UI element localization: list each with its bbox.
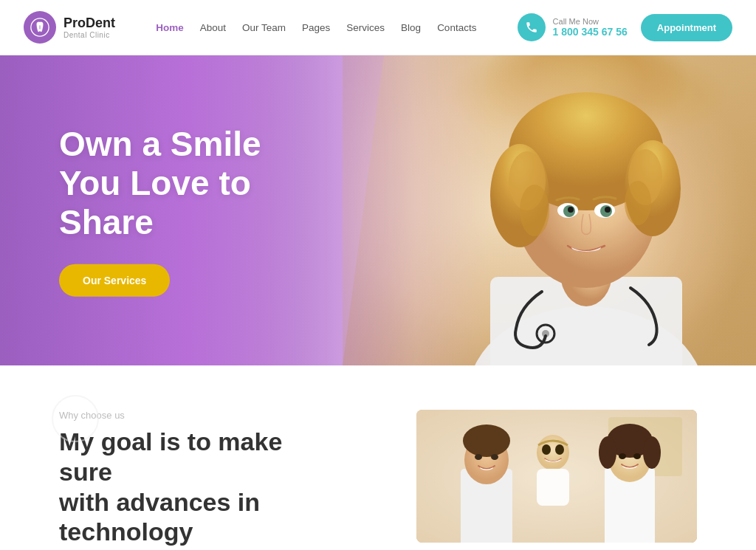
nav-about[interactable]: About bbox=[200, 22, 226, 33]
nav-home[interactable]: Home bbox=[156, 22, 184, 33]
appointment-button[interactable]: Appointment bbox=[641, 14, 732, 41]
nav-services[interactable]: Services bbox=[346, 22, 385, 33]
services-button[interactable]: Our Services bbox=[59, 264, 170, 296]
why-heading-line2: with advances in bbox=[59, 488, 260, 516]
why-family-image bbox=[416, 410, 697, 543]
svg-rect-33 bbox=[537, 469, 569, 506]
svg-point-27 bbox=[463, 424, 510, 457]
hero-title-line2: You Love to bbox=[59, 164, 251, 202]
hero-title-line3: Share bbox=[59, 202, 154, 241]
svg-point-28 bbox=[475, 454, 482, 460]
svg-point-32 bbox=[555, 444, 564, 455]
why-label: Why choose us bbox=[59, 410, 372, 421]
phone-area: Call Me Now 1 800 345 67 56 bbox=[518, 13, 628, 41]
phone-icon bbox=[525, 21, 538, 34]
nav-blog[interactable]: Blog bbox=[401, 22, 421, 33]
svg-point-40 bbox=[633, 453, 641, 459]
nav-our-team[interactable]: Our Team bbox=[242, 22, 286, 33]
phone-icon-circle bbox=[518, 13, 546, 41]
svg-point-31 bbox=[542, 444, 551, 455]
nav-contacts[interactable]: Contacts bbox=[437, 22, 476, 33]
why-heading-line1: My goal is to make sure bbox=[59, 427, 282, 486]
hero-section: Own a Smile You Love to Share Our Servic… bbox=[0, 55, 756, 365]
why-heading-line3: technology bbox=[59, 518, 193, 546]
hero-content: Own a Smile You Love to Share Our Servic… bbox=[59, 125, 261, 297]
why-text: Why choose us My goal is to make sure wi… bbox=[59, 410, 372, 547]
nav-pages[interactable]: Pages bbox=[302, 22, 330, 33]
brand-name: ProDent bbox=[63, 16, 115, 31]
phone-label: Call Me Now bbox=[553, 17, 628, 26]
family-svg bbox=[416, 410, 697, 543]
main-nav: Home About Our Team Pages Services Blog … bbox=[156, 22, 476, 33]
svg-point-29 bbox=[491, 454, 498, 460]
hero-title-line1: Own a Smile bbox=[59, 125, 261, 163]
header-right: Call Me Now 1 800 345 67 56 Appointment bbox=[518, 13, 732, 41]
brand-subtitle: Dental Clinic bbox=[63, 31, 115, 39]
svg-point-38 bbox=[643, 436, 661, 469]
hero-title: Own a Smile You Love to Share bbox=[59, 125, 261, 242]
logo[interactable]: ProDent Dental Clinic bbox=[24, 11, 115, 44]
svg-point-37 bbox=[599, 436, 616, 469]
logo-text: ProDent Dental Clinic bbox=[63, 16, 115, 39]
svg-point-39 bbox=[619, 453, 626, 459]
why-heading: My goal is to make sure with advances in… bbox=[59, 427, 340, 547]
why-section: Why choose us My goal is to make sure wi… bbox=[0, 365, 756, 550]
phone-info: Call Me Now 1 800 345 67 56 bbox=[553, 17, 628, 38]
logo-icon bbox=[24, 11, 56, 44]
site-header: ProDent Dental Clinic Home About Our Tea… bbox=[0, 0, 756, 55]
phone-number: 1 800 345 67 56 bbox=[553, 26, 628, 38]
tooth-icon bbox=[30, 18, 49, 37]
